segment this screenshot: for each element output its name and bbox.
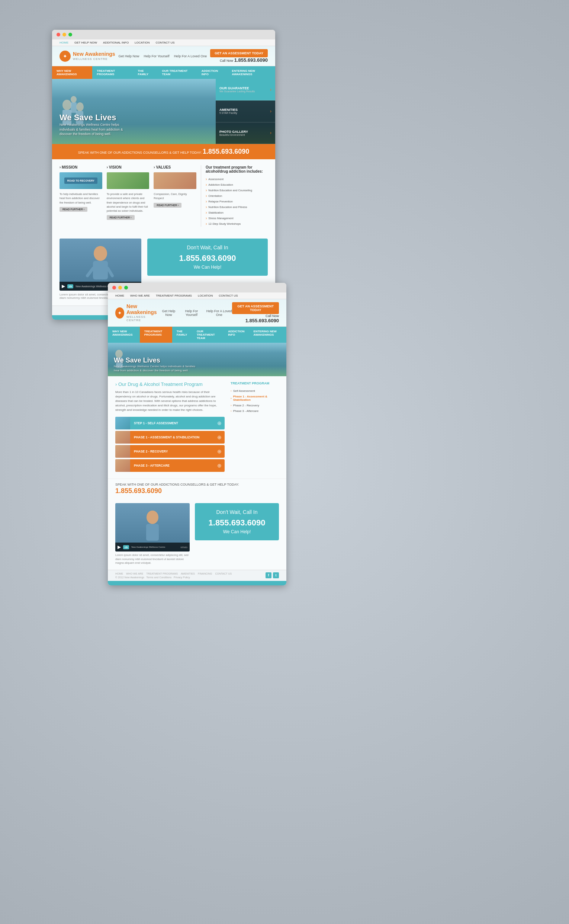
nav-team[interactable]: OUR TREATMENT TEAM [158,66,197,79]
top-nav-contact[interactable]: CONTACT US [155,41,174,44]
minimize-dot-2[interactable] [118,286,122,290]
panel-gallery-title: PHOTO GALLERY [219,130,248,134]
twitter-icon[interactable]: t [273,572,279,578]
sidebar-phase2[interactable]: Phase 2 - Recovery [231,403,279,408]
assessment-button-2[interactable]: GET AN ASSESSMENT TODAY [232,302,279,314]
call-box: Don't Wait, Call In 1.855.693.6090 We Ca… [147,239,268,276]
footer-terms[interactable]: Terms and Conditions [146,576,172,579]
nav-why[interactable]: WHY NEW AWAKENINGS [52,66,92,79]
step-4-box[interactable]: PHASE 3 - AFTERCARE ⊕ [115,459,225,472]
nav2-addiction[interactable]: ADDICTION INFO [224,327,249,343]
header-get-help-2[interactable]: Get Help Now [160,309,176,317]
video-controls-2: ▶ cb New Awakenings Wellness Centre vime… [115,543,190,552]
logo-sub-2: WELLNESS CENTRE [126,315,160,322]
sidebar-phase3[interactable]: Phase 3 - Aftercare [231,408,279,414]
step-3-box[interactable]: PHASE 2 - RECOVERY ⊕ [115,445,225,458]
footer-link-treatment[interactable]: TREATMENT PROGRAMS [146,572,178,575]
mission-col: › MISSION ROAD TO RECOVERY To help indiv… [59,165,102,227]
vision-text: To provide a safe and private environmen… [107,192,149,213]
hero-banner-content: We Save Lives New Awakenings Wellness Ce… [114,357,196,372]
top-nav-home[interactable]: HOME [59,41,68,44]
minimize-dot[interactable] [62,33,66,37]
step-1-label: STEP 1 - SELF ASSESSMENT [130,421,214,425]
play-icon-2[interactable]: ▶ [117,544,121,550]
phone-banner-number: 1.855.693.6090 [203,148,249,155]
step-1-box[interactable]: STEP 1 - SELF ASSESSMENT ⊕ [115,417,225,430]
logo-area: ✦ New Awakenings WELLNESS CENTRE [59,50,115,62]
top-nav-additional[interactable]: ADDITIONAL INFO [103,41,129,44]
play-icon[interactable]: ▶ [62,284,65,289]
nav-treatment[interactable]: TREATMENT PROGRAMS [92,66,133,79]
mission-read-more[interactable]: READ FURTHER › [59,207,87,212]
top-nav-location[interactable]: LOCATION [135,41,149,44]
header-get-help[interactable]: Get Help Now [119,54,140,58]
close-dot-2[interactable] [112,286,116,290]
nav-family[interactable]: THE FAMILY [133,66,157,79]
header-help-self[interactable]: Help For Yourself [144,54,170,58]
top-nav-2-contact[interactable]: CONTACT US [219,294,237,297]
hero-panel-amenities[interactable]: AMENITIES 5 STAR Facility › [216,101,275,122]
svg-line-9 [108,268,112,276]
footer-link-contact[interactable]: CONTACT US [215,572,232,575]
section-title: › Our Drug & Alcohol Treatment Program [115,381,225,387]
nav2-entering[interactable]: ENTERING NEW AWAKENINGS [249,327,286,343]
top-nav-gethelp[interactable]: GET HELP NOW [75,41,97,44]
mission-image: ROAD TO RECOVERY [59,172,102,189]
browser-chrome-2 [108,283,286,293]
nav-addiction[interactable]: ADDICTION INFO [197,66,228,79]
footer-link-home[interactable]: HOME [115,572,123,575]
nav-entering[interactable]: ENTERING NEW AWAKENINGS [228,66,275,79]
hero-panel-guarantee[interactable]: OUR GUARANTEE We Guarantee Lasting Resul… [216,79,275,101]
step-2-box[interactable]: PHASE 1 - ASSESSMENT & STABILIZATION ⊕ [115,431,225,444]
treatment-item: Stress Management [205,215,268,221]
vision-col: › VISION To provide a safe and private e… [107,165,149,227]
footer-privacy[interactable]: Privacy Policy [174,576,190,579]
sidebar-title: TREATMENT PROGRAM [231,381,279,385]
nav2-treatment[interactable]: TREATMENT PROGRAMS [140,327,172,343]
vimeo-label-2: vimeo [180,546,187,549]
sidebar-self-assessment[interactable]: Self Assessment [231,388,279,394]
top-nav-2-home[interactable]: HOME [115,294,124,297]
top-nav-2-location[interactable]: LOCATION [198,294,213,297]
treatment-item: Addiction Education [205,182,268,188]
footer-link-whowe[interactable]: WHO WE ARE [126,572,143,575]
header-help-loved-2[interactable]: Help For A Loved One [206,309,232,317]
video-player-2[interactable]: ▶ cb New Awakenings Wellness Centre vime… [115,503,190,552]
footer-link-amenities[interactable]: AMENITIES [181,572,195,575]
call-now-2: Call Now 1.855.693.6090 [232,314,279,323]
sidebar-phase1[interactable]: Phase 1 - Assessment & Stabilization [231,394,279,403]
footer-links: HOME WHO WE ARE TREATMENT PROGRAMS AMENI… [115,572,232,575]
hero-panel-gallery[interactable]: PHOTO GALLERY Beautiful Environment › [216,122,275,144]
site-header: ✦ New Awakenings WELLNESS CENTRE Get Hel… [52,46,275,66]
hero-content: We Save Lives New Awakenings Wellness Ce… [59,113,134,137]
step-3-image [115,445,130,458]
logo-name: New Awakenings [73,51,115,57]
main-content: › Our Drug & Alcohol Treatment Program M… [115,381,225,473]
header-help-self-2[interactable]: Help For Yourself [181,309,202,317]
maximize-dot-2[interactable] [124,286,128,290]
assessment-button[interactable]: GET AN ASSESSMENT TODAY [210,49,268,57]
panel-arrow-icon-3: › [270,130,271,136]
svg-point-0 [62,100,72,110]
speak-section: SPEAK WITH ONE OF OUR ADDICTIONS COUNSEL… [108,479,286,499]
footer-link-financing[interactable]: FINANCING [198,572,212,575]
top-nav-2-whowe[interactable]: WHO WE ARE [130,294,150,297]
logo-icon: ✦ [59,50,71,62]
values-read-more[interactable]: READ FURTHER › [154,203,181,207]
facebook-icon[interactable]: f [266,572,271,578]
values-heading: › VALUES [154,165,196,169]
header-help-loved[interactable]: Help For A Loved One [174,54,207,58]
close-dot[interactable] [56,33,60,37]
svg-point-12 [146,511,158,524]
vision-read-more[interactable]: READ FURTHER › [107,215,135,220]
hero-section: We Save Lives New Awakenings Wellness Ce… [52,79,275,144]
nav2-why[interactable]: WHY NEW AWAKENINGS [108,327,140,343]
call-box-title-2: Don't Wait, Call In [201,509,273,515]
values-image [154,172,196,189]
nav2-team[interactable]: OUR TREATMENT TEAM [192,327,224,343]
maximize-dot[interactable] [68,33,72,37]
video-logo-2: cb [123,545,129,549]
panel-gallery-sub: Beautiful Environment [219,134,248,136]
top-nav-2-treatment[interactable]: TREATMENT PROGRAMS [156,294,192,297]
nav2-family[interactable]: THE FAMILY [172,327,192,343]
